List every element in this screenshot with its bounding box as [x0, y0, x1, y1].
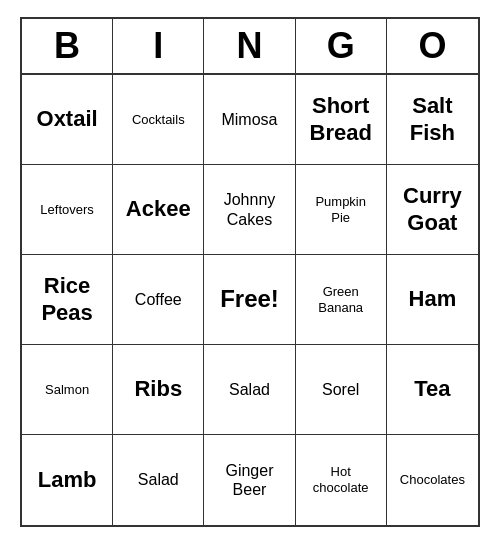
header-letter-N: N — [204, 19, 295, 73]
bingo-cell-18: Sorel — [296, 345, 387, 435]
bingo-grid: OxtailCocktailsMimosaShortBreadSaltFishL… — [22, 75, 478, 525]
bingo-cell-13: GreenBanana — [296, 255, 387, 345]
bingo-cell-4: SaltFish — [387, 75, 478, 165]
bingo-cell-11: Coffee — [113, 255, 204, 345]
bingo-cell-12: Free! — [204, 255, 295, 345]
bingo-cell-9: CurryGoat — [387, 165, 478, 255]
bingo-cell-7: JohnnyCakes — [204, 165, 295, 255]
bingo-cell-0: Oxtail — [22, 75, 113, 165]
bingo-cell-1: Cocktails — [113, 75, 204, 165]
bingo-header: BINGO — [22, 19, 478, 75]
bingo-cell-3: ShortBread — [296, 75, 387, 165]
header-letter-B: B — [22, 19, 113, 73]
bingo-cell-23: Hotchocolate — [296, 435, 387, 525]
header-letter-I: I — [113, 19, 204, 73]
bingo-cell-6: Ackee — [113, 165, 204, 255]
header-letter-G: G — [296, 19, 387, 73]
bingo-cell-22: GingerBeer — [204, 435, 295, 525]
bingo-card: BINGO OxtailCocktailsMimosaShortBreadSal… — [20, 17, 480, 527]
bingo-cell-10: RicePeas — [22, 255, 113, 345]
bingo-cell-19: Tea — [387, 345, 478, 435]
bingo-cell-2: Mimosa — [204, 75, 295, 165]
bingo-cell-8: PumpkinPie — [296, 165, 387, 255]
bingo-cell-15: Salmon — [22, 345, 113, 435]
bingo-cell-16: Ribs — [113, 345, 204, 435]
bingo-cell-5: Leftovers — [22, 165, 113, 255]
bingo-cell-20: Lamb — [22, 435, 113, 525]
bingo-cell-17: Salad — [204, 345, 295, 435]
bingo-cell-24: Chocolates — [387, 435, 478, 525]
bingo-cell-14: Ham — [387, 255, 478, 345]
bingo-cell-21: Salad — [113, 435, 204, 525]
header-letter-O: O — [387, 19, 478, 73]
